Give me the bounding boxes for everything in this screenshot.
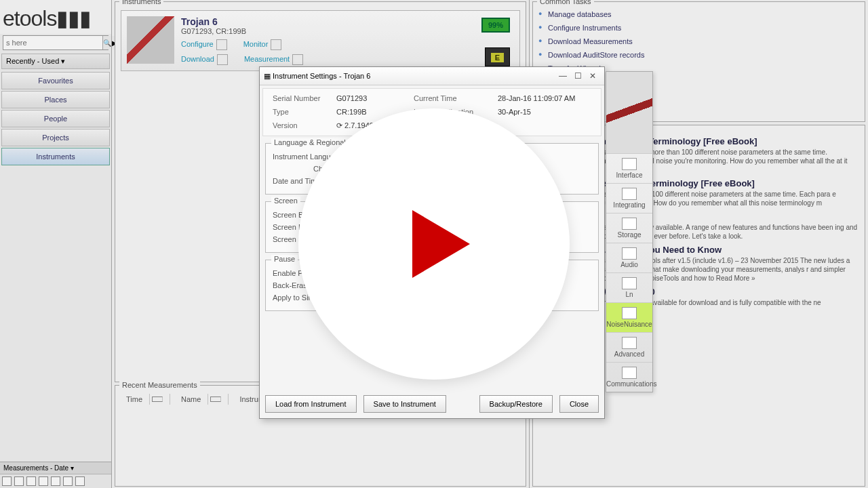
window-icon: ▦ (264, 72, 271, 81)
instrument-image (127, 16, 174, 64)
mini-icon[interactable] (39, 476, 48, 486)
col-name[interactable]: Name (176, 394, 229, 405)
dialog-title-text: Instrument Settings - Trojan 6 (273, 72, 370, 80)
settings-category-strip: Interface Integrating Storage Audio Ln N… (606, 71, 653, 392)
strip-audio[interactable]: Audio (606, 243, 652, 272)
speaker-icon (622, 247, 637, 260)
fieldset-title: Screen (271, 197, 300, 205)
strip-ln[interactable]: Ln (606, 272, 652, 302)
task-item[interactable]: Download AuditStore records (538, 48, 859, 62)
link-download[interactable]: Download (181, 54, 228, 65)
search-input[interactable] (3, 36, 102, 49)
panel-title: Recent Measurements (119, 381, 200, 389)
left-sidebar: etools▮▮▮ 🔍 ▶ Recently - Used ▾ Favourit… (0, 0, 112, 488)
link-configure[interactable]: Configure (181, 39, 227, 50)
mini-icon[interactable] (51, 476, 60, 486)
strip-noise-nuisance[interactable]: NoiseNuisance (606, 302, 652, 332)
mini-icon[interactable] (26, 476, 36, 486)
close-icon[interactable]: ✕ (585, 70, 600, 82)
dialog-titlebar: ▦ Instrument Settings - Trojan 6 — ☐ ✕ (260, 67, 604, 85)
instrument-thumb (606, 72, 652, 153)
value-serial: G071293 (336, 94, 411, 102)
fieldset-title: Pause (271, 255, 298, 263)
link-monitor[interactable]: Monitor (243, 39, 282, 50)
instrument-info: Trojan 6 G071293, CR:199B Configure Moni… (181, 16, 514, 65)
video-play-overlay[interactable] (298, 108, 570, 380)
percent-icon (622, 277, 637, 289)
nav-people[interactable]: People (1, 110, 110, 127)
filter-icon[interactable] (152, 396, 163, 402)
nav-places[interactable]: Places (1, 91, 110, 108)
value-time: 28-Jan-16 11:09:07 AM (498, 94, 579, 102)
measurement-icon[interactable] (292, 54, 303, 65)
strip-integrating[interactable]: Integrating (606, 183, 652, 213)
nav-instruments[interactable]: Instruments (1, 148, 110, 165)
strip-storage[interactable]: Storage (606, 213, 652, 243)
signal-icon (622, 367, 637, 379)
play-icon (412, 210, 470, 278)
task-item[interactable]: Configure Instruments (538, 21, 859, 35)
save-button[interactable]: Save to Instrument (363, 395, 446, 413)
gear-icon (622, 337, 637, 349)
search-icon[interactable]: 🔍 (102, 36, 111, 49)
link-measurement[interactable]: Measurement (244, 54, 303, 65)
instrument-card[interactable]: Trojan 6 G071293, CR:199B Configure Moni… (121, 10, 520, 71)
task-item[interactable]: Download Measurements (538, 35, 859, 48)
toolbar-mini (0, 474, 111, 488)
label-version: Version (273, 121, 334, 130)
label-type: Type (273, 108, 334, 116)
task-item[interactable]: Manage databases (538, 7, 859, 21)
mini-icon[interactable] (63, 476, 73, 486)
panel-title: Common Tasks (537, 0, 594, 5)
nav-projects[interactable]: Projects (1, 129, 110, 146)
backup-button[interactable]: Backup/Restore (479, 395, 553, 413)
search-bar: 🔍 ▶ (3, 35, 108, 50)
panel-title: Instruments (119, 0, 163, 5)
instrument-sub: G071293, CR:199B (181, 27, 514, 35)
strip-communications[interactable]: Communications (606, 362, 652, 392)
nav-favourites[interactable]: Favourites (1, 72, 110, 89)
filter-icon[interactable] (210, 396, 221, 402)
sliders-icon (622, 158, 637, 170)
label-serial: Serial Number (273, 94, 334, 102)
monitor-icon[interactable] (271, 39, 281, 50)
noise-icon (622, 307, 637, 319)
mini-icon[interactable] (14, 476, 24, 486)
dialog-footer: Load from Instrument Save to Instrument … (265, 395, 599, 413)
mini-icon[interactable] (2, 476, 12, 486)
disk-icon (622, 218, 637, 230)
status-bar: Measurements - Date ▾ (0, 462, 111, 474)
instrument-name: Trojan 6 (181, 16, 514, 27)
download-icon[interactable] (217, 54, 228, 65)
label-time: Current Time (414, 94, 495, 102)
app-logo: etools▮▮▮ (0, 0, 111, 34)
recent-dropdown[interactable]: Recently - Used ▾ (1, 54, 110, 69)
maximize-icon[interactable]: ☐ (570, 70, 585, 82)
e-badge: E (485, 47, 510, 66)
configure-icon[interactable] (216, 39, 227, 50)
mini-icon[interactable] (75, 476, 85, 486)
clock-icon (622, 188, 637, 200)
minimize-icon[interactable]: — (555, 70, 570, 82)
value-recal: 30-Apr-15 (498, 108, 579, 116)
battery-badge: 99% (481, 18, 510, 33)
close-button[interactable]: Close (559, 395, 599, 413)
col-time[interactable]: Time (121, 394, 170, 405)
strip-interface[interactable]: Interface (606, 153, 652, 183)
strip-advanced[interactable]: Advanced (606, 332, 652, 362)
load-button[interactable]: Load from Instrument (265, 395, 357, 413)
